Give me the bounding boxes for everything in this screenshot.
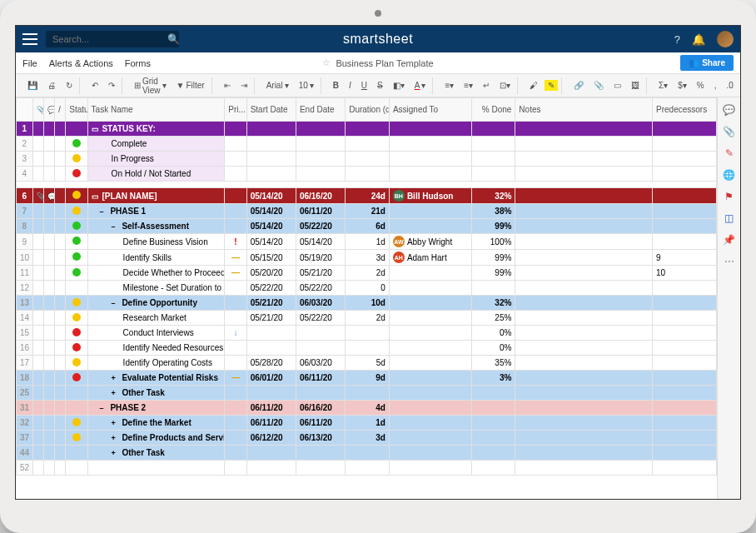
cell-pred[interactable] bbox=[653, 219, 717, 234]
cell[interactable] bbox=[32, 152, 43, 167]
table-row[interactable]: 17Identify Operating Costs05/28/2006/03/… bbox=[17, 356, 717, 371]
cell-assigned[interactable] bbox=[389, 446, 471, 461]
row-num[interactable]: 13 bbox=[17, 296, 33, 311]
link-icon[interactable]: 🔗 bbox=[570, 79, 587, 92]
cell-notes[interactable] bbox=[515, 234, 653, 250]
col-predecessors[interactable]: Predecessors bbox=[653, 98, 717, 122]
cell[interactable] bbox=[346, 137, 390, 152]
share-button[interactable]: 👥 Share bbox=[680, 55, 734, 71]
cell-end[interactable]: 06/11/20 bbox=[296, 371, 345, 386]
cell-pred[interactable] bbox=[653, 296, 717, 311]
search-box[interactable]: 🔍 bbox=[46, 31, 179, 47]
cell-pred[interactable] bbox=[653, 326, 717, 341]
text-color-icon[interactable]: A▾ bbox=[411, 79, 430, 92]
table-row[interactable]: 31– PHASE 206/11/2006/16/204d bbox=[17, 401, 717, 416]
cell-attach[interactable] bbox=[32, 219, 43, 234]
cell-duration[interactable] bbox=[346, 341, 390, 356]
save-icon[interactable]: 💾 bbox=[24, 79, 41, 92]
cell-blank[interactable] bbox=[55, 326, 66, 341]
cell-attach[interactable] bbox=[32, 461, 43, 476]
cell-pred[interactable] bbox=[653, 371, 717, 386]
row-num[interactable]: 4 bbox=[17, 167, 33, 182]
cell-attach[interactable] bbox=[32, 234, 43, 250]
cell-priority[interactable] bbox=[225, 401, 246, 416]
cell[interactable] bbox=[32, 137, 43, 152]
row-num[interactable]: 12 bbox=[17, 281, 33, 296]
strike-icon[interactable]: S bbox=[374, 79, 386, 92]
cell-status[interactable] bbox=[66, 219, 87, 234]
cell-task[interactable]: – PHASE 2 bbox=[87, 401, 225, 416]
cell-pred[interactable]: 9 bbox=[653, 250, 717, 266]
cell-done[interactable] bbox=[471, 386, 515, 401]
cell-priority[interactable]: — bbox=[225, 371, 246, 386]
rail-more-icon[interactable]: ⋯ bbox=[724, 256, 734, 267]
row-num[interactable]: 14 bbox=[17, 311, 33, 326]
cell-attach[interactable] bbox=[32, 281, 43, 296]
cell-duration[interactable]: 3d bbox=[346, 431, 390, 446]
cell[interactable] bbox=[246, 122, 296, 137]
row-num[interactable]: 44 bbox=[17, 446, 33, 461]
cell-duration[interactable]: 3d bbox=[346, 250, 390, 266]
cell-start[interactable]: 05/21/20 bbox=[246, 296, 296, 311]
cell-notes[interactable] bbox=[515, 266, 653, 281]
cell-status[interactable] bbox=[66, 281, 87, 296]
cell-comment[interactable]: 💬 bbox=[43, 188, 54, 204]
col-done[interactable]: % Done bbox=[471, 98, 515, 122]
row-num[interactable]: 16 bbox=[17, 341, 33, 356]
cell-done[interactable] bbox=[471, 401, 515, 416]
menu-forms[interactable]: Forms bbox=[125, 58, 151, 68]
col-assigned[interactable]: Assigned To bbox=[389, 98, 471, 122]
col-priority[interactable]: Pri... bbox=[225, 98, 246, 122]
cell-start[interactable] bbox=[246, 446, 296, 461]
cell-notes[interactable] bbox=[515, 311, 653, 326]
percent-icon[interactable]: % bbox=[694, 79, 708, 92]
row-num[interactable]: 7 bbox=[17, 204, 33, 219]
cell-notes[interactable] bbox=[515, 356, 653, 371]
cell-duration[interactable]: 0 bbox=[346, 281, 390, 296]
print-icon[interactable]: 🖨 bbox=[44, 79, 59, 92]
cell-start[interactable]: 06/11/20 bbox=[246, 416, 296, 431]
cell-priority[interactable]: ! bbox=[225, 234, 246, 250]
cell-status[interactable] bbox=[66, 371, 87, 386]
cell-attach[interactable] bbox=[32, 204, 43, 219]
cell-end[interactable]: 06/11/20 bbox=[296, 204, 345, 219]
cell[interactable] bbox=[346, 152, 390, 167]
cell-task[interactable]: Identify Needed Resources bbox=[87, 341, 225, 356]
cell-notes[interactable] bbox=[515, 401, 653, 416]
cell-blank[interactable] bbox=[55, 188, 66, 204]
cell[interactable] bbox=[246, 167, 296, 182]
row-num[interactable]: 17 bbox=[17, 356, 33, 371]
cell-blank[interactable] bbox=[55, 446, 66, 461]
cell[interactable] bbox=[225, 137, 246, 152]
cell-done[interactable]: 100% bbox=[471, 234, 515, 250]
cell-comment[interactable] bbox=[43, 356, 54, 371]
cell[interactable] bbox=[515, 137, 653, 152]
cell-end[interactable]: 05/19/20 bbox=[296, 250, 345, 266]
cell-notes[interactable] bbox=[515, 250, 653, 266]
cell-comment[interactable] bbox=[43, 416, 54, 431]
grid-view-button[interactable]: ⊞ Grid View ▾ bbox=[131, 75, 170, 97]
cell-duration[interactable] bbox=[346, 326, 390, 341]
cell-done[interactable] bbox=[471, 431, 515, 446]
cell-attach[interactable] bbox=[32, 431, 43, 446]
cell-notes[interactable] bbox=[515, 188, 653, 204]
cell-comment[interactable] bbox=[43, 281, 54, 296]
cell-task[interactable]: Research Market bbox=[87, 311, 225, 326]
cell-attach[interactable]: 📎 bbox=[32, 188, 43, 204]
cell-start[interactable]: 05/15/20 bbox=[246, 250, 296, 266]
table-row[interactable]: 52 bbox=[17, 461, 717, 476]
cell-comment[interactable] bbox=[43, 431, 54, 446]
row-num[interactable]: 25 bbox=[17, 386, 33, 401]
cell-attach[interactable] bbox=[32, 416, 43, 431]
cell-start[interactable] bbox=[246, 341, 296, 356]
search-input[interactable] bbox=[52, 34, 167, 44]
cell-priority[interactable] bbox=[225, 341, 246, 356]
cell-duration[interactable]: 6d bbox=[346, 219, 390, 234]
cell-priority[interactable]: — bbox=[225, 250, 246, 266]
cell-blank[interactable] bbox=[55, 219, 66, 234]
row-num[interactable]: 2 bbox=[17, 137, 33, 152]
rail-publish-icon[interactable]: 🌐 bbox=[723, 169, 735, 181]
cell-comment[interactable] bbox=[43, 371, 54, 386]
sheet-table[interactable]: 📎 💬 / Status Task Name Pri... Start Date… bbox=[16, 97, 717, 476]
cell-done[interactable]: 25% bbox=[471, 311, 515, 326]
